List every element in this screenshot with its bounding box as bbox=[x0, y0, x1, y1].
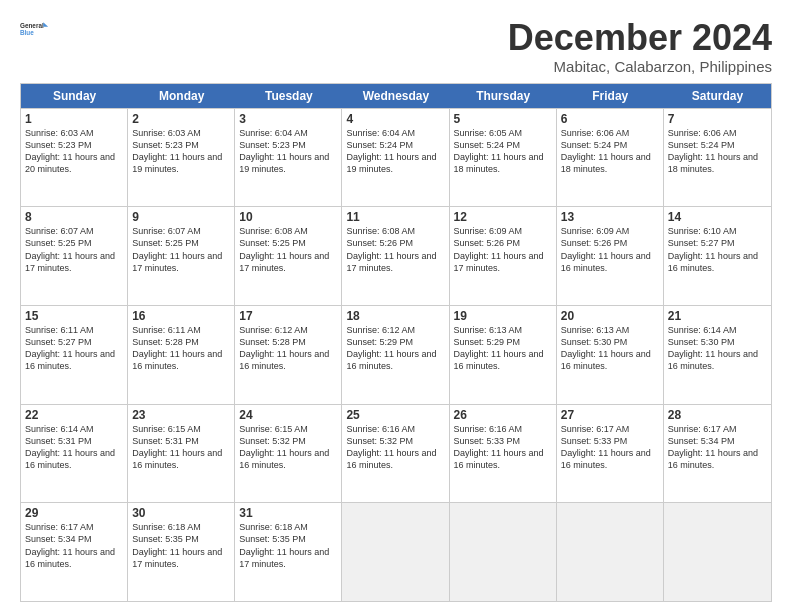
calendar-cell: 17Sunrise: 6:12 AM Sunset: 5:28 PM Dayli… bbox=[235, 306, 342, 404]
day-number: 19 bbox=[454, 309, 552, 323]
calendar-row-5: 29Sunrise: 6:17 AM Sunset: 5:34 PM Dayli… bbox=[21, 502, 771, 601]
day-number: 29 bbox=[25, 506, 123, 520]
day-number: 13 bbox=[561, 210, 659, 224]
calendar-cell: 8Sunrise: 6:07 AM Sunset: 5:25 PM Daylig… bbox=[21, 207, 128, 305]
day-number: 30 bbox=[132, 506, 230, 520]
cell-info: Sunrise: 6:08 AM Sunset: 5:25 PM Dayligh… bbox=[239, 225, 337, 274]
cell-info: Sunrise: 6:10 AM Sunset: 5:27 PM Dayligh… bbox=[668, 225, 767, 274]
calendar-cell: 20Sunrise: 6:13 AM Sunset: 5:30 PM Dayli… bbox=[557, 306, 664, 404]
calendar-row-4: 22Sunrise: 6:14 AM Sunset: 5:31 PM Dayli… bbox=[21, 404, 771, 503]
calendar-row-2: 8Sunrise: 6:07 AM Sunset: 5:25 PM Daylig… bbox=[21, 206, 771, 305]
logo-icon: GeneralBlue bbox=[20, 18, 50, 40]
cell-info: Sunrise: 6:16 AM Sunset: 5:32 PM Dayligh… bbox=[346, 423, 444, 472]
day-number: 9 bbox=[132, 210, 230, 224]
cell-info: Sunrise: 6:03 AM Sunset: 5:23 PM Dayligh… bbox=[132, 127, 230, 176]
calendar-cell: 15Sunrise: 6:11 AM Sunset: 5:27 PM Dayli… bbox=[21, 306, 128, 404]
cell-info: Sunrise: 6:15 AM Sunset: 5:32 PM Dayligh… bbox=[239, 423, 337, 472]
day-number: 3 bbox=[239, 112, 337, 126]
header-monday: Monday bbox=[128, 84, 235, 108]
calendar-cell: 4Sunrise: 6:04 AM Sunset: 5:24 PM Daylig… bbox=[342, 109, 449, 207]
calendar-cell: 30Sunrise: 6:18 AM Sunset: 5:35 PM Dayli… bbox=[128, 503, 235, 601]
day-number: 11 bbox=[346, 210, 444, 224]
calendar-cell: 7Sunrise: 6:06 AM Sunset: 5:24 PM Daylig… bbox=[664, 109, 771, 207]
day-number: 28 bbox=[668, 408, 767, 422]
calendar-cell: 13Sunrise: 6:09 AM Sunset: 5:26 PM Dayli… bbox=[557, 207, 664, 305]
cell-info: Sunrise: 6:03 AM Sunset: 5:23 PM Dayligh… bbox=[25, 127, 123, 176]
calendar-cell: 18Sunrise: 6:12 AM Sunset: 5:29 PM Dayli… bbox=[342, 306, 449, 404]
day-number: 23 bbox=[132, 408, 230, 422]
day-number: 27 bbox=[561, 408, 659, 422]
day-number: 24 bbox=[239, 408, 337, 422]
calendar-cell bbox=[664, 503, 771, 601]
day-number: 31 bbox=[239, 506, 337, 520]
day-number: 5 bbox=[454, 112, 552, 126]
calendar-cell: 29Sunrise: 6:17 AM Sunset: 5:34 PM Dayli… bbox=[21, 503, 128, 601]
cell-info: Sunrise: 6:07 AM Sunset: 5:25 PM Dayligh… bbox=[132, 225, 230, 274]
cell-info: Sunrise: 6:13 AM Sunset: 5:29 PM Dayligh… bbox=[454, 324, 552, 373]
calendar-cell: 5Sunrise: 6:05 AM Sunset: 5:24 PM Daylig… bbox=[450, 109, 557, 207]
cell-info: Sunrise: 6:11 AM Sunset: 5:28 PM Dayligh… bbox=[132, 324, 230, 373]
calendar-cell: 2Sunrise: 6:03 AM Sunset: 5:23 PM Daylig… bbox=[128, 109, 235, 207]
day-number: 25 bbox=[346, 408, 444, 422]
cell-info: Sunrise: 6:18 AM Sunset: 5:35 PM Dayligh… bbox=[239, 521, 337, 570]
calendar-row-1: 1Sunrise: 6:03 AM Sunset: 5:23 PM Daylig… bbox=[21, 108, 771, 207]
calendar-cell: 10Sunrise: 6:08 AM Sunset: 5:25 PM Dayli… bbox=[235, 207, 342, 305]
day-number: 12 bbox=[454, 210, 552, 224]
cell-info: Sunrise: 6:05 AM Sunset: 5:24 PM Dayligh… bbox=[454, 127, 552, 176]
cell-info: Sunrise: 6:06 AM Sunset: 5:24 PM Dayligh… bbox=[668, 127, 767, 176]
cell-info: Sunrise: 6:08 AM Sunset: 5:26 PM Dayligh… bbox=[346, 225, 444, 274]
main-title: December 2024 bbox=[508, 18, 772, 58]
calendar-cell: 31Sunrise: 6:18 AM Sunset: 5:35 PM Dayli… bbox=[235, 503, 342, 601]
cell-info: Sunrise: 6:14 AM Sunset: 5:31 PM Dayligh… bbox=[25, 423, 123, 472]
day-number: 8 bbox=[25, 210, 123, 224]
day-number: 2 bbox=[132, 112, 230, 126]
calendar-cell: 27Sunrise: 6:17 AM Sunset: 5:33 PM Dayli… bbox=[557, 405, 664, 503]
calendar-cell: 14Sunrise: 6:10 AM Sunset: 5:27 PM Dayli… bbox=[664, 207, 771, 305]
cell-info: Sunrise: 6:16 AM Sunset: 5:33 PM Dayligh… bbox=[454, 423, 552, 472]
day-number: 21 bbox=[668, 309, 767, 323]
calendar-cell: 11Sunrise: 6:08 AM Sunset: 5:26 PM Dayli… bbox=[342, 207, 449, 305]
header-tuesday: Tuesday bbox=[235, 84, 342, 108]
day-number: 22 bbox=[25, 408, 123, 422]
calendar: Sunday Monday Tuesday Wednesday Thursday… bbox=[20, 83, 772, 602]
cell-info: Sunrise: 6:13 AM Sunset: 5:30 PM Dayligh… bbox=[561, 324, 659, 373]
day-number: 10 bbox=[239, 210, 337, 224]
day-number: 1 bbox=[25, 112, 123, 126]
svg-marker-2 bbox=[43, 22, 48, 27]
header-friday: Friday bbox=[557, 84, 664, 108]
page: GeneralBlue December 2024 Mabitac, Calab… bbox=[0, 0, 792, 612]
calendar-cell: 26Sunrise: 6:16 AM Sunset: 5:33 PM Dayli… bbox=[450, 405, 557, 503]
day-number: 16 bbox=[132, 309, 230, 323]
calendar-cell: 16Sunrise: 6:11 AM Sunset: 5:28 PM Dayli… bbox=[128, 306, 235, 404]
cell-info: Sunrise: 6:14 AM Sunset: 5:30 PM Dayligh… bbox=[668, 324, 767, 373]
cell-info: Sunrise: 6:17 AM Sunset: 5:34 PM Dayligh… bbox=[25, 521, 123, 570]
cell-info: Sunrise: 6:04 AM Sunset: 5:24 PM Dayligh… bbox=[346, 127, 444, 176]
calendar-cell: 22Sunrise: 6:14 AM Sunset: 5:31 PM Dayli… bbox=[21, 405, 128, 503]
calendar-header: Sunday Monday Tuesday Wednesday Thursday… bbox=[21, 84, 771, 108]
calendar-cell: 23Sunrise: 6:15 AM Sunset: 5:31 PM Dayli… bbox=[128, 405, 235, 503]
cell-info: Sunrise: 6:09 AM Sunset: 5:26 PM Dayligh… bbox=[561, 225, 659, 274]
header: GeneralBlue December 2024 Mabitac, Calab… bbox=[20, 18, 772, 75]
day-number: 14 bbox=[668, 210, 767, 224]
day-number: 20 bbox=[561, 309, 659, 323]
calendar-cell bbox=[450, 503, 557, 601]
cell-info: Sunrise: 6:11 AM Sunset: 5:27 PM Dayligh… bbox=[25, 324, 123, 373]
title-block: December 2024 Mabitac, Calabarzon, Phili… bbox=[508, 18, 772, 75]
calendar-cell: 1Sunrise: 6:03 AM Sunset: 5:23 PM Daylig… bbox=[21, 109, 128, 207]
cell-info: Sunrise: 6:07 AM Sunset: 5:25 PM Dayligh… bbox=[25, 225, 123, 274]
day-number: 7 bbox=[668, 112, 767, 126]
subtitle: Mabitac, Calabarzon, Philippines bbox=[508, 58, 772, 75]
header-thursday: Thursday bbox=[450, 84, 557, 108]
day-number: 26 bbox=[454, 408, 552, 422]
calendar-cell bbox=[557, 503, 664, 601]
svg-text:General: General bbox=[20, 22, 44, 29]
calendar-body: 1Sunrise: 6:03 AM Sunset: 5:23 PM Daylig… bbox=[21, 108, 771, 601]
day-number: 4 bbox=[346, 112, 444, 126]
calendar-cell: 28Sunrise: 6:17 AM Sunset: 5:34 PM Dayli… bbox=[664, 405, 771, 503]
cell-info: Sunrise: 6:15 AM Sunset: 5:31 PM Dayligh… bbox=[132, 423, 230, 472]
day-number: 17 bbox=[239, 309, 337, 323]
calendar-cell: 12Sunrise: 6:09 AM Sunset: 5:26 PM Dayli… bbox=[450, 207, 557, 305]
cell-info: Sunrise: 6:09 AM Sunset: 5:26 PM Dayligh… bbox=[454, 225, 552, 274]
calendar-cell: 21Sunrise: 6:14 AM Sunset: 5:30 PM Dayli… bbox=[664, 306, 771, 404]
calendar-cell: 6Sunrise: 6:06 AM Sunset: 5:24 PM Daylig… bbox=[557, 109, 664, 207]
